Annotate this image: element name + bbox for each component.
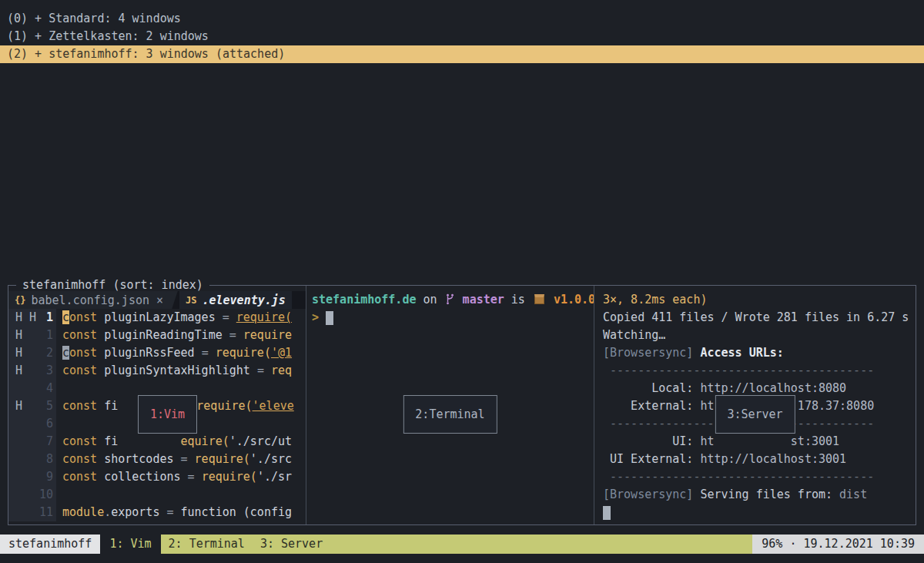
text-segment: UI External: xyxy=(603,452,700,466)
js-icon: JS xyxy=(186,295,196,306)
fold-marker[interactable] xyxy=(8,415,35,433)
gutter: 10 xyxy=(8,486,56,504)
terminal-line: stefanimhoff.de on master is v1.0.0 xyxy=(312,291,594,309)
text-segment: = xyxy=(223,310,236,324)
code-line: 10 xyxy=(8,486,306,504)
terminal-line: 3×, 8.2ms each) xyxy=(603,291,916,309)
text-segment: = xyxy=(181,452,195,466)
line-number: 4 xyxy=(35,380,56,397)
text-segment: const xyxy=(62,452,97,466)
text-segment: fi xyxy=(97,399,118,413)
code-line: H3const pluginSyntaxHighlight = req xyxy=(8,362,306,380)
line-number: 9 xyxy=(35,468,56,486)
text-segment: '@1 xyxy=(271,346,292,360)
tab-label: babel.config.json xyxy=(31,293,149,307)
terminal-pane[interactable]: stefanimhoff.de on master is v1.0.0> 2:T… xyxy=(306,286,594,524)
text-segment: const xyxy=(62,470,97,484)
fold-marker[interactable] xyxy=(8,486,35,504)
text-segment: = xyxy=(257,364,271,377)
fold-marker[interactable]: H H xyxy=(8,309,35,327)
text-segment: is xyxy=(504,293,532,307)
fold-marker[interactable] xyxy=(8,433,35,451)
status-session-name[interactable]: stefanimhoff xyxy=(0,535,100,554)
text-segment: st:3001 xyxy=(791,434,839,448)
text-segment: './sr xyxy=(257,470,292,484)
text-segment: ht xyxy=(700,399,714,413)
text-segment: http://localhost:8080 xyxy=(700,381,846,395)
text-segment: require( xyxy=(236,310,292,324)
code-text: const pluginRssFeed = require('@1 xyxy=(56,344,292,362)
code-text: const fiequire('./src/ut xyxy=(56,433,292,451)
code-line: H2const pluginRssFeed = require('@1 xyxy=(8,344,306,362)
line-number: 11 xyxy=(35,504,56,521)
terminal-line: UI: htst:3001 xyxy=(603,433,916,451)
text-segment: require xyxy=(243,328,292,342)
vim-pane[interactable]: {}babel.config.json×JS.eleventy.js H H1c… xyxy=(8,286,306,524)
text-segment: -------------------------------------- xyxy=(603,470,874,484)
terminal-line: [Browsersync] Access URLs: xyxy=(603,344,916,362)
terminal-line: > xyxy=(312,309,594,327)
session-item[interactable]: (1) + Zettelkasten: 2 windows xyxy=(0,28,924,45)
text-segment: Copied 411 files / Wrote 281 files in 6.… xyxy=(603,310,909,324)
fold-marker[interactable]: H xyxy=(8,362,35,380)
fold-marker[interactable] xyxy=(8,380,35,397)
code-text: const collections = require('./sr xyxy=(56,468,292,486)
server-pane[interactable]: 3×, 8.2ms each)Copied 411 files / Wrote … xyxy=(594,286,916,524)
gutter: H1 xyxy=(8,327,56,344)
fold-marker[interactable]: H xyxy=(8,397,35,415)
text-segment: (config xyxy=(243,505,292,519)
code-line: H H1const pluginLazyImages = require( xyxy=(8,309,306,327)
text-segment: require( xyxy=(196,399,252,413)
terminal-line: UI External: http://localhost:3001 xyxy=(603,451,916,468)
text-segment: pluginSyntaxHighlight xyxy=(97,364,257,377)
code-text xyxy=(56,486,62,504)
text-segment: . xyxy=(104,505,111,519)
text-segment: .178.37:8080 xyxy=(791,399,874,413)
text-segment: > xyxy=(312,310,326,324)
text-segment: [Browsersync] xyxy=(603,488,700,501)
session-item[interactable]: (2) + stefanimhoff: 3 windows (attached) xyxy=(0,45,924,63)
status-window-item[interactable]: 3: Server xyxy=(253,535,330,554)
session-preview: stefanimhoff (sort: index) {}babel.confi… xyxy=(8,285,916,525)
git-branch-icon xyxy=(445,293,455,310)
text-segment: c xyxy=(62,346,69,360)
terminal-line: -------------------------------------- xyxy=(603,362,916,380)
terminal-line: [Browsersync] Serving files from: dist xyxy=(603,486,916,504)
editor-tab[interactable]: JS.eleventy.js xyxy=(179,291,292,309)
code-text: const pluginSyntaxHighlight = req xyxy=(56,362,292,380)
terminal-line: Copied 411 files / Wrote 281 files in 6.… xyxy=(603,309,916,327)
code-text xyxy=(56,415,62,433)
fold-marker[interactable] xyxy=(8,468,35,486)
line-number: 6 xyxy=(35,415,56,433)
line-number: 5 xyxy=(35,397,56,415)
text-segment: = xyxy=(166,505,180,519)
fold-marker[interactable]: H xyxy=(8,327,35,344)
text-segment: -------------------------------------- xyxy=(603,364,874,377)
text-segment: module xyxy=(62,505,104,519)
fold-marker[interactable] xyxy=(8,451,35,468)
tmux-status-bar: stefanimhoff 1: Vim2: Terminal3: Server … xyxy=(0,535,924,554)
text-segment: External: xyxy=(603,399,700,413)
text-segment: ht xyxy=(700,434,714,448)
text-segment: const xyxy=(62,328,97,342)
tmux-screen: (0) + Standard: 4 windows(1) + Zettelkas… xyxy=(0,0,924,563)
line-number: 7 xyxy=(35,433,56,451)
editor-tab[interactable]: {}babel.config.json× xyxy=(8,291,169,309)
text-segment: const xyxy=(62,434,97,448)
code-text: const pluginReadingTime = require xyxy=(56,327,292,344)
terminal-line: Watching… xyxy=(603,327,916,344)
text-segment: stefanimhoff.de xyxy=(312,293,416,307)
block-cursor xyxy=(603,506,611,520)
fold-marker[interactable]: H xyxy=(8,344,35,362)
text-segment: master xyxy=(456,293,504,307)
status-window-item[interactable]: 2: Terminal xyxy=(161,535,253,554)
status-window-item[interactable]: 1: Vim xyxy=(100,535,160,554)
text-segment: = xyxy=(188,470,202,484)
text-segment: const xyxy=(62,364,97,377)
status-clock: 96% · 19.12.2021 10:39 xyxy=(752,535,924,554)
line-number: 10 xyxy=(35,486,56,504)
fold-marker[interactable] xyxy=(8,504,35,521)
text-segment: fi xyxy=(97,434,118,448)
line-number: 1 xyxy=(35,327,56,344)
session-item[interactable]: (0) + Standard: 4 windows xyxy=(0,10,924,28)
